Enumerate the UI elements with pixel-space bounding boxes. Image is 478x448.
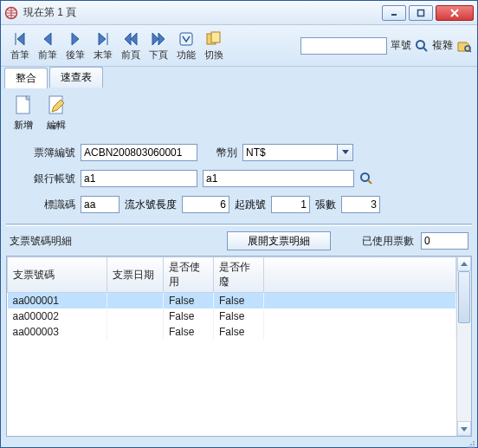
search-icon[interactable] [415,39,429,53]
scroll-track[interactable] [457,271,471,421]
bank2-input[interactable] [203,170,354,187]
app-window: 現在第 1 頁 首筆 前筆 後筆 末筆 前頁 下頁 功能 切換 單號 複雜 整合… [0,0,478,448]
serial-len-input[interactable] [182,196,229,213]
svg-point-18 [470,444,472,445]
idcode-label: 標識碼 [23,198,75,212]
maximize-button[interactable] [409,5,433,21]
prev-record-button[interactable]: 前筆 [34,30,61,62]
resize-grip-icon[interactable] [465,440,475,448]
tab-strip: 整合 速查表 [1,67,477,88]
pages-label: 張數 [315,198,336,212]
data-grid[interactable]: 支票號碼 支票日期 是否使用 是否作廢 aa000001FalseFalse a [7,256,456,436]
switch-button[interactable]: 切換 [200,30,228,62]
bank-label: 銀行帳號 [23,172,75,186]
svg-line-13 [368,180,371,184]
bank-search-icon[interactable] [359,172,373,185]
start-label: 起跳號 [235,198,266,212]
col-void[interactable]: 是否作廢 [214,257,264,293]
last-record-button[interactable]: 末筆 [89,30,117,62]
grid-panel: 支票號碼 支票日期 是否使用 是否作廢 aa000001FalseFalse a [6,256,472,437]
currency-select[interactable]: NT$ [242,144,353,161]
next-page-button[interactable]: 下頁 [145,30,172,62]
complex-label: 複雜 [432,38,453,53]
content-area: 新增 編輯 票簿編號 幣別 NT$ 銀行帳號 [1,88,477,442]
chevron-down-icon[interactable] [338,144,353,161]
idcode-input[interactable] [81,196,120,213]
svg-rect-2 [418,10,424,16]
col-check-date[interactable]: 支票日期 [107,257,164,293]
svg-point-17 [473,444,475,445]
edit-button[interactable]: 編輯 [42,94,70,132]
col-check-no[interactable]: 支票號碼 [8,257,107,293]
pages-input[interactable] [341,196,380,213]
main-toolbar: 首筆 前筆 後筆 末筆 前頁 下頁 功能 切換 單號 複雜 [1,25,477,67]
scroll-down-icon[interactable] [457,421,471,436]
window-title: 現在第 1 頁 [23,5,382,20]
form-panel: 票簿編號 幣別 NT$ 銀行帳號 標識碼 流水號長度 起跳號 [6,137,472,220]
search-input[interactable] [300,37,387,55]
svg-point-19 [473,441,475,443]
book-no-label: 票簿編號 [23,146,75,160]
used-label: 已使用票數 [362,234,414,249]
ops-row: 新增 編輯 [6,93,472,133]
titlebar: 現在第 1 頁 [1,1,477,25]
tab-quickref[interactable]: 速查表 [49,67,103,88]
function-button[interactable]: 功能 [172,30,200,62]
detail-header: 支票號碼明細 展開支票明細 已使用票數 [6,230,472,252]
col-used[interactable]: 是否使用 [164,257,214,293]
close-button[interactable] [436,5,474,21]
table-row[interactable]: aa000001FalseFalse [8,293,456,309]
separator [6,224,472,226]
svg-line-7 [423,48,427,51]
add-button[interactable]: 新增 [10,94,37,132]
app-icon [4,6,18,20]
scroll-thumb[interactable] [458,271,470,323]
bank1-input[interactable] [81,170,197,187]
detail-title: 支票號碼明細 [10,234,72,249]
used-count-input[interactable] [421,232,468,250]
currency-label: 幣別 [203,146,237,160]
svg-point-12 [361,173,369,181]
start-input[interactable] [271,196,310,213]
minimize-button[interactable] [382,5,406,21]
tab-integrate[interactable]: 整合 [4,68,48,88]
complex-icon[interactable] [456,39,472,53]
prev-page-button[interactable]: 前頁 [117,30,145,62]
first-record-button[interactable]: 首筆 [6,30,34,62]
next-record-button[interactable]: 後筆 [61,30,89,62]
book-no-input[interactable] [81,144,197,161]
serial-len-label: 流水號長度 [125,198,177,212]
scroll-up-icon[interactable] [457,256,471,271]
expand-detail-button[interactable]: 展開支票明細 [227,231,331,250]
table-row[interactable]: aa000003FalseFalse [8,324,456,340]
table-row[interactable]: aa000002FalseFalse [8,308,456,324]
svg-rect-3 [180,33,192,45]
svg-line-9 [469,50,471,52]
col-spacer [264,257,456,293]
svg-point-6 [417,41,424,49]
vertical-scrollbar[interactable] [456,256,471,436]
svg-rect-5 [211,32,220,42]
form-no-label: 單號 [391,38,411,53]
status-strip [1,442,477,447]
